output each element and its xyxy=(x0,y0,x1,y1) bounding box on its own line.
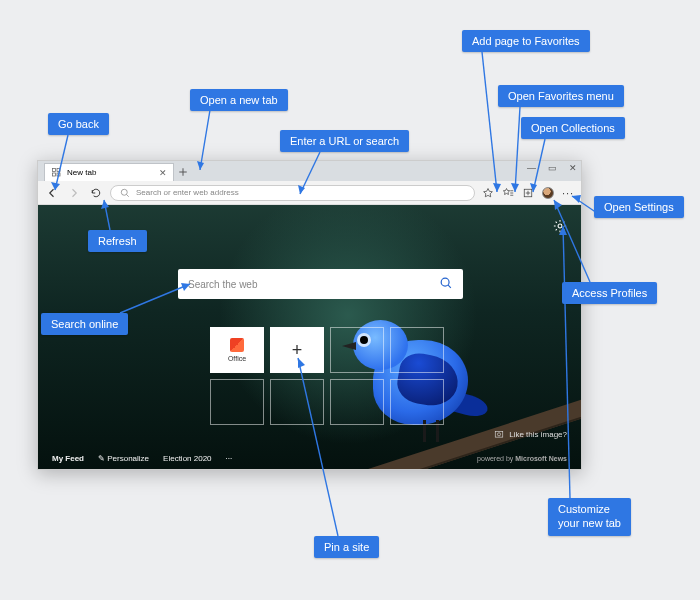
close-window-button[interactable]: ✕ xyxy=(569,163,577,173)
collections-icon xyxy=(522,187,534,199)
callout-customize-tab: Customize your new tab xyxy=(548,498,631,536)
refresh-button[interactable] xyxy=(88,185,104,201)
tile-add-site[interactable]: + xyxy=(270,327,324,373)
callout-add-favorites: Add page to Favorites xyxy=(462,30,590,52)
tile-empty[interactable] xyxy=(390,379,444,425)
tile-office[interactable]: Office xyxy=(210,327,264,373)
tile-label: Office xyxy=(228,355,246,362)
plus-icon xyxy=(177,166,189,178)
address-bar[interactable]: Search or enter web address xyxy=(110,185,475,201)
callout-open-new-tab: Open a new tab xyxy=(190,89,288,111)
favorites-menu-button[interactable] xyxy=(501,186,515,200)
feed-topic[interactable]: Election 2020 xyxy=(163,454,211,463)
feed-personalize[interactable]: ✎ Personalize xyxy=(98,454,149,463)
search-icon xyxy=(119,187,131,199)
window-controls: — ▭ ✕ xyxy=(527,163,577,173)
svg-rect-2 xyxy=(53,173,56,176)
collections-button[interactable] xyxy=(521,186,535,200)
tile-empty[interactable] xyxy=(330,379,384,425)
tab-title: New tab xyxy=(67,168,96,177)
callout-go-back: Go back xyxy=(48,113,109,135)
svg-rect-1 xyxy=(57,168,60,171)
svg-point-7 xyxy=(441,278,449,286)
tab-new[interactable]: New tab ✕ xyxy=(44,163,174,181)
avatar-icon xyxy=(542,187,554,199)
gear-icon xyxy=(553,219,567,233)
callout-search-online: Search online xyxy=(41,313,128,335)
callout-pin-site: Pin a site xyxy=(314,536,379,558)
settings-menu-button[interactable]: ··· xyxy=(561,186,575,200)
add-favorite-button[interactable] xyxy=(481,186,495,200)
arrow-right-icon xyxy=(68,187,80,199)
tab-strip: New tab ✕ — ▭ ✕ xyxy=(38,161,581,181)
web-search-box[interactable]: Search the web xyxy=(178,269,463,299)
like-image-prompt[interactable]: Like this image? xyxy=(494,429,567,439)
search-icon xyxy=(439,276,453,292)
quick-links-grid: Office + xyxy=(210,327,444,425)
callout-refresh: Refresh xyxy=(88,230,147,252)
tab-favicon xyxy=(51,167,63,179)
svg-rect-3 xyxy=(57,173,60,176)
powered-by: powered by Microsoft News xyxy=(477,455,567,462)
arrow-left-icon xyxy=(46,187,58,199)
feed-bar: My Feed ✎ Personalize Election 2020 ··· … xyxy=(38,454,581,463)
maximize-button[interactable]: ▭ xyxy=(548,163,557,173)
tile-empty[interactable] xyxy=(270,379,324,425)
svg-point-9 xyxy=(498,433,501,436)
toolbar: Search or enter web address ··· xyxy=(38,181,581,205)
svg-point-4 xyxy=(121,189,127,195)
plus-icon: + xyxy=(292,340,303,361)
callout-enter-url: Enter a URL or search xyxy=(280,130,409,152)
back-button[interactable] xyxy=(44,185,60,201)
svg-point-6 xyxy=(558,224,562,228)
tile-empty[interactable] xyxy=(210,379,264,425)
pencil-icon: ✎ xyxy=(98,454,105,463)
more-icon: ··· xyxy=(562,187,574,199)
feed-my-feed[interactable]: My Feed xyxy=(52,454,84,463)
star-list-icon xyxy=(502,187,514,199)
minimize-button[interactable]: — xyxy=(527,163,536,173)
forward-button[interactable] xyxy=(66,185,82,201)
tile-empty[interactable] xyxy=(390,327,444,373)
address-placeholder: Search or enter web address xyxy=(136,188,239,197)
star-icon xyxy=(482,187,494,199)
svg-rect-0 xyxy=(53,168,56,171)
new-tab-button[interactable] xyxy=(174,163,192,181)
callout-open-favorites: Open Favorites menu xyxy=(498,85,624,107)
office-icon xyxy=(230,338,244,352)
tab-close-icon[interactable]: ✕ xyxy=(159,168,167,178)
callout-open-collections: Open Collections xyxy=(521,117,625,139)
customize-page-button[interactable] xyxy=(553,219,567,233)
refresh-icon xyxy=(90,187,102,199)
tile-empty[interactable] xyxy=(330,327,384,373)
profile-button[interactable] xyxy=(541,186,555,200)
callout-open-settings: Open Settings xyxy=(594,196,684,218)
camera-icon xyxy=(494,429,504,439)
feed-more[interactable]: ··· xyxy=(226,454,233,463)
web-search-placeholder: Search the web xyxy=(188,279,258,290)
callout-access-profiles: Access Profiles xyxy=(562,282,657,304)
svg-rect-8 xyxy=(495,432,503,438)
